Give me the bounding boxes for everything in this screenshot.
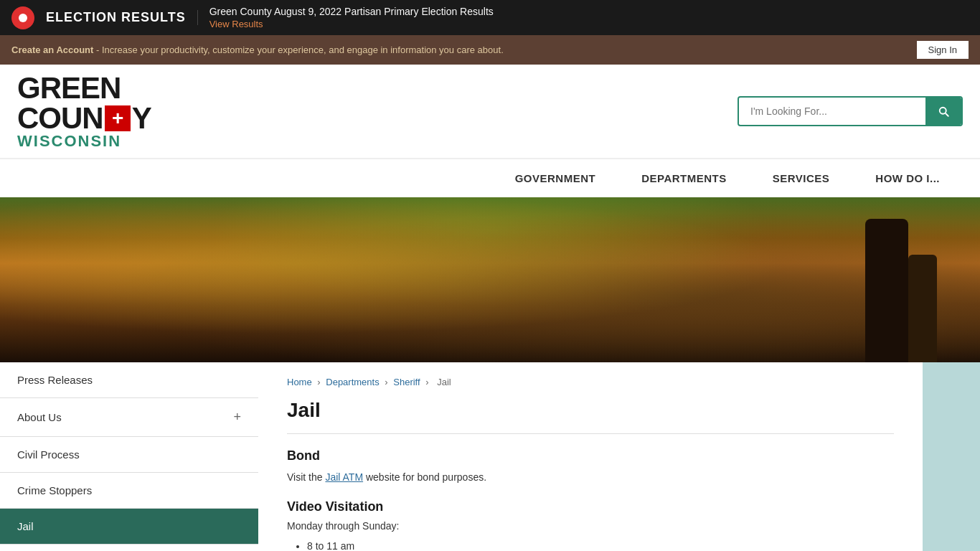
- hero-image: [0, 197, 980, 362]
- video-subtext: Monday through Sunday:: [287, 520, 894, 532]
- election-icon: [11, 6, 34, 29]
- breadcrumb-home[interactable]: Home: [287, 377, 312, 387]
- logo-cross-icon: [105, 105, 131, 131]
- nav-services[interactable]: SERVICES: [750, 159, 853, 197]
- election-view-results-link[interactable]: View Results: [209, 19, 494, 29]
- breadcrumb-sep1: ›: [317, 377, 323, 387]
- bond-heading: Bond: [287, 448, 894, 463]
- main-nav: GOVERNMENT DEPARTMENTS SERVICES HOW DO I…: [0, 159, 980, 197]
- logo-green-county: GREEN: [17, 73, 151, 103]
- sidebar-label-about-us: About Us: [17, 411, 62, 423]
- signin-button[interactable]: Sign In: [917, 41, 969, 59]
- nav-government[interactable]: GOVERNMENT: [492, 159, 619, 197]
- list-item: 8 to 11 am: [307, 537, 894, 551]
- header: GREEN COUN Y WISCONSIN: [0, 65, 980, 159]
- breadcrumb-sep3: ›: [425, 377, 431, 387]
- breadcrumb-sheriff[interactable]: Sheriff: [393, 377, 420, 387]
- logo[interactable]: GREEN COUN Y WISCONSIN: [17, 73, 151, 149]
- sidebar-item-civil-process[interactable]: Civil Process: [0, 437, 258, 473]
- breadcrumb-current: Jail: [437, 377, 451, 387]
- sidebar-label-civil-process: Civil Process: [17, 448, 80, 461]
- jail-atm-link[interactable]: Jail ATM: [325, 471, 363, 483]
- search-container: [738, 96, 963, 126]
- sidebar-label-crime-stoppers: Crime Stoppers: [17, 484, 92, 496]
- election-title: ELECTION RESULTS: [46, 10, 198, 25]
- account-text: Create an Account - Increase your produc…: [11, 44, 504, 55]
- create-account-link[interactable]: Create an Account: [11, 44, 93, 55]
- video-visitation-heading: Video Visitation: [287, 499, 894, 514]
- breadcrumb-sep2: ›: [385, 377, 390, 387]
- sidebar-item-about-us[interactable]: About Us +: [0, 398, 258, 437]
- sidebar-item-jail[interactable]: Jail: [0, 509, 258, 545]
- page-title: Jail: [287, 399, 894, 434]
- search-input[interactable]: [739, 98, 925, 124]
- hero-overlay: [0, 197, 980, 362]
- account-banner: Create an Account - Increase your produc…: [0, 35, 980, 65]
- content-wrapper: Press Releases About Us + Civil Process …: [0, 362, 980, 551]
- breadcrumb-departments[interactable]: Departments: [326, 377, 379, 387]
- account-description: - Increase your productivity, customize …: [93, 44, 503, 55]
- sidebar-item-press-releases[interactable]: Press Releases: [0, 362, 258, 398]
- bond-text-before: Visit the: [287, 471, 325, 483]
- breadcrumb: Home › Departments › Sheriff › Jail: [287, 377, 894, 387]
- video-schedule-list: 8 to 11 am: [287, 537, 894, 551]
- sidebar: Press Releases About Us + Civil Process …: [0, 362, 258, 551]
- nav-departments[interactable]: DEPARTMENTS: [618, 159, 750, 197]
- sidebar-expand-about-us-icon: +: [233, 410, 241, 425]
- election-content: Green County August 9, 2022 Partisan Pri…: [209, 6, 494, 29]
- search-button[interactable]: [925, 98, 961, 125]
- search-icon: [937, 105, 950, 118]
- bond-text: Visit the Jail ATM website for bond purp…: [287, 469, 894, 485]
- sidebar-label-press-releases: Press Releases: [17, 374, 93, 386]
- election-headline: Green County August 9, 2022 Partisan Pri…: [209, 6, 494, 17]
- right-column: [923, 362, 980, 551]
- nav-how-do-i[interactable]: HOW DO I...: [852, 159, 963, 197]
- sidebar-item-crime-stoppers[interactable]: Crime Stoppers: [0, 473, 258, 509]
- sidebar-label-jail: Jail: [17, 520, 34, 532]
- logo-county: COUN Y: [17, 103, 151, 133]
- logo-wisconsin: WISCONSIN: [17, 133, 151, 149]
- bond-text-after: website for bond purposes.: [363, 471, 486, 483]
- election-banner: ELECTION RESULTS Green County August 9, …: [0, 0, 980, 35]
- main-content: Home › Departments › Sheriff › Jail Jail…: [258, 362, 923, 551]
